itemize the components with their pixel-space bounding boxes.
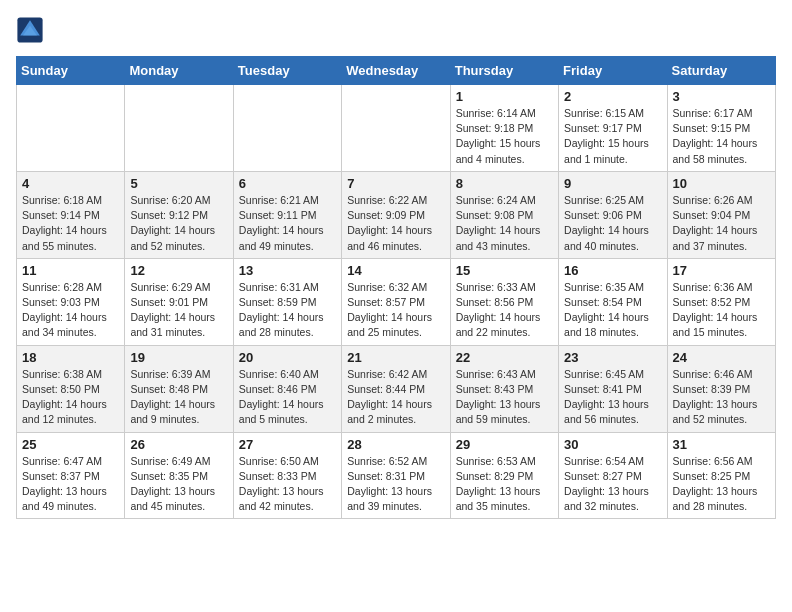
day-info: Sunrise: 6:29 AM Sunset: 9:01 PM Dayligh… — [130, 280, 227, 341]
day-info: Sunrise: 6:40 AM Sunset: 8:46 PM Dayligh… — [239, 367, 336, 428]
day-number: 10 — [673, 176, 770, 191]
day-info: Sunrise: 6:21 AM Sunset: 9:11 PM Dayligh… — [239, 193, 336, 254]
calendar-cell: 26Sunrise: 6:49 AM Sunset: 8:35 PM Dayli… — [125, 432, 233, 519]
day-number: 8 — [456, 176, 553, 191]
calendar-cell: 7Sunrise: 6:22 AM Sunset: 9:09 PM Daylig… — [342, 171, 450, 258]
day-info: Sunrise: 6:33 AM Sunset: 8:56 PM Dayligh… — [456, 280, 553, 341]
day-info: Sunrise: 6:42 AM Sunset: 8:44 PM Dayligh… — [347, 367, 444, 428]
logo-icon — [16, 16, 44, 44]
calendar-cell: 29Sunrise: 6:53 AM Sunset: 8:29 PM Dayli… — [450, 432, 558, 519]
day-number: 6 — [239, 176, 336, 191]
day-info: Sunrise: 6:32 AM Sunset: 8:57 PM Dayligh… — [347, 280, 444, 341]
day-info: Sunrise: 6:26 AM Sunset: 9:04 PM Dayligh… — [673, 193, 770, 254]
day-number: 22 — [456, 350, 553, 365]
day-number: 3 — [673, 89, 770, 104]
calendar-cell: 27Sunrise: 6:50 AM Sunset: 8:33 PM Dayli… — [233, 432, 341, 519]
calendar-cell: 18Sunrise: 6:38 AM Sunset: 8:50 PM Dayli… — [17, 345, 125, 432]
calendar-cell: 10Sunrise: 6:26 AM Sunset: 9:04 PM Dayli… — [667, 171, 775, 258]
calendar-cell: 6Sunrise: 6:21 AM Sunset: 9:11 PM Daylig… — [233, 171, 341, 258]
calendar-cell: 15Sunrise: 6:33 AM Sunset: 8:56 PM Dayli… — [450, 258, 558, 345]
day-number: 17 — [673, 263, 770, 278]
calendar-cell — [342, 85, 450, 172]
day-number: 24 — [673, 350, 770, 365]
col-header-thursday: Thursday — [450, 57, 558, 85]
day-number: 31 — [673, 437, 770, 452]
day-number: 28 — [347, 437, 444, 452]
calendar-table: SundayMondayTuesdayWednesdayThursdayFrid… — [16, 56, 776, 519]
calendar-cell: 9Sunrise: 6:25 AM Sunset: 9:06 PM Daylig… — [559, 171, 667, 258]
day-info: Sunrise: 6:24 AM Sunset: 9:08 PM Dayligh… — [456, 193, 553, 254]
week-row-2: 4Sunrise: 6:18 AM Sunset: 9:14 PM Daylig… — [17, 171, 776, 258]
calendar-cell: 2Sunrise: 6:15 AM Sunset: 9:17 PM Daylig… — [559, 85, 667, 172]
day-info: Sunrise: 6:39 AM Sunset: 8:48 PM Dayligh… — [130, 367, 227, 428]
day-info: Sunrise: 6:52 AM Sunset: 8:31 PM Dayligh… — [347, 454, 444, 515]
calendar-cell: 16Sunrise: 6:35 AM Sunset: 8:54 PM Dayli… — [559, 258, 667, 345]
day-number: 18 — [22, 350, 119, 365]
calendar-cell: 12Sunrise: 6:29 AM Sunset: 9:01 PM Dayli… — [125, 258, 233, 345]
day-info: Sunrise: 6:22 AM Sunset: 9:09 PM Dayligh… — [347, 193, 444, 254]
col-header-sunday: Sunday — [17, 57, 125, 85]
calendar-cell: 30Sunrise: 6:54 AM Sunset: 8:27 PM Dayli… — [559, 432, 667, 519]
calendar-cell: 13Sunrise: 6:31 AM Sunset: 8:59 PM Dayli… — [233, 258, 341, 345]
day-number: 5 — [130, 176, 227, 191]
day-number: 15 — [456, 263, 553, 278]
col-header-tuesday: Tuesday — [233, 57, 341, 85]
col-header-wednesday: Wednesday — [342, 57, 450, 85]
day-number: 29 — [456, 437, 553, 452]
day-info: Sunrise: 6:31 AM Sunset: 8:59 PM Dayligh… — [239, 280, 336, 341]
day-number: 12 — [130, 263, 227, 278]
day-info: Sunrise: 6:46 AM Sunset: 8:39 PM Dayligh… — [673, 367, 770, 428]
day-number: 13 — [239, 263, 336, 278]
calendar-cell: 20Sunrise: 6:40 AM Sunset: 8:46 PM Dayli… — [233, 345, 341, 432]
col-header-monday: Monday — [125, 57, 233, 85]
calendar-cell: 24Sunrise: 6:46 AM Sunset: 8:39 PM Dayli… — [667, 345, 775, 432]
day-number: 11 — [22, 263, 119, 278]
day-info: Sunrise: 6:56 AM Sunset: 8:25 PM Dayligh… — [673, 454, 770, 515]
day-info: Sunrise: 6:17 AM Sunset: 9:15 PM Dayligh… — [673, 106, 770, 167]
week-row-3: 11Sunrise: 6:28 AM Sunset: 9:03 PM Dayli… — [17, 258, 776, 345]
calendar-cell — [125, 85, 233, 172]
calendar-cell — [233, 85, 341, 172]
day-info: Sunrise: 6:25 AM Sunset: 9:06 PM Dayligh… — [564, 193, 661, 254]
col-header-friday: Friday — [559, 57, 667, 85]
day-number: 1 — [456, 89, 553, 104]
day-info: Sunrise: 6:14 AM Sunset: 9:18 PM Dayligh… — [456, 106, 553, 167]
calendar-cell: 11Sunrise: 6:28 AM Sunset: 9:03 PM Dayli… — [17, 258, 125, 345]
header-row: SundayMondayTuesdayWednesdayThursdayFrid… — [17, 57, 776, 85]
logo — [16, 16, 48, 44]
calendar-cell: 28Sunrise: 6:52 AM Sunset: 8:31 PM Dayli… — [342, 432, 450, 519]
calendar-cell: 14Sunrise: 6:32 AM Sunset: 8:57 PM Dayli… — [342, 258, 450, 345]
calendar-cell: 19Sunrise: 6:39 AM Sunset: 8:48 PM Dayli… — [125, 345, 233, 432]
day-info: Sunrise: 6:45 AM Sunset: 8:41 PM Dayligh… — [564, 367, 661, 428]
day-info: Sunrise: 6:15 AM Sunset: 9:17 PM Dayligh… — [564, 106, 661, 167]
week-row-1: 1Sunrise: 6:14 AM Sunset: 9:18 PM Daylig… — [17, 85, 776, 172]
calendar-cell: 31Sunrise: 6:56 AM Sunset: 8:25 PM Dayli… — [667, 432, 775, 519]
calendar-cell: 21Sunrise: 6:42 AM Sunset: 8:44 PM Dayli… — [342, 345, 450, 432]
day-number: 9 — [564, 176, 661, 191]
day-info: Sunrise: 6:53 AM Sunset: 8:29 PM Dayligh… — [456, 454, 553, 515]
page-header — [16, 16, 776, 44]
day-number: 23 — [564, 350, 661, 365]
day-info: Sunrise: 6:54 AM Sunset: 8:27 PM Dayligh… — [564, 454, 661, 515]
day-info: Sunrise: 6:50 AM Sunset: 8:33 PM Dayligh… — [239, 454, 336, 515]
day-number: 16 — [564, 263, 661, 278]
col-header-saturday: Saturday — [667, 57, 775, 85]
calendar-cell: 5Sunrise: 6:20 AM Sunset: 9:12 PM Daylig… — [125, 171, 233, 258]
day-number: 4 — [22, 176, 119, 191]
calendar-cell: 23Sunrise: 6:45 AM Sunset: 8:41 PM Dayli… — [559, 345, 667, 432]
day-number: 14 — [347, 263, 444, 278]
calendar-cell — [17, 85, 125, 172]
day-info: Sunrise: 6:47 AM Sunset: 8:37 PM Dayligh… — [22, 454, 119, 515]
day-info: Sunrise: 6:18 AM Sunset: 9:14 PM Dayligh… — [22, 193, 119, 254]
week-row-4: 18Sunrise: 6:38 AM Sunset: 8:50 PM Dayli… — [17, 345, 776, 432]
calendar-cell: 22Sunrise: 6:43 AM Sunset: 8:43 PM Dayli… — [450, 345, 558, 432]
day-info: Sunrise: 6:20 AM Sunset: 9:12 PM Dayligh… — [130, 193, 227, 254]
day-info: Sunrise: 6:35 AM Sunset: 8:54 PM Dayligh… — [564, 280, 661, 341]
day-info: Sunrise: 6:49 AM Sunset: 8:35 PM Dayligh… — [130, 454, 227, 515]
calendar-cell: 25Sunrise: 6:47 AM Sunset: 8:37 PM Dayli… — [17, 432, 125, 519]
day-number: 20 — [239, 350, 336, 365]
day-info: Sunrise: 6:43 AM Sunset: 8:43 PM Dayligh… — [456, 367, 553, 428]
day-info: Sunrise: 6:38 AM Sunset: 8:50 PM Dayligh… — [22, 367, 119, 428]
day-number: 27 — [239, 437, 336, 452]
calendar-cell: 1Sunrise: 6:14 AM Sunset: 9:18 PM Daylig… — [450, 85, 558, 172]
